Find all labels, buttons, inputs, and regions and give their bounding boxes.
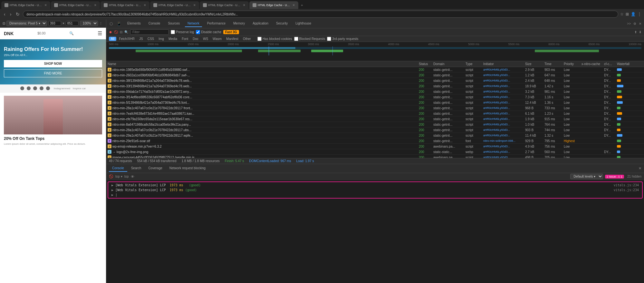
address-bar[interactable] (23, 11, 618, 18)
table-row[interactable]: F nitro-min-29e91e6-soar.stf 200 static-… (106, 138, 644, 144)
console-arrow-3[interactable]: ▶ (111, 193, 113, 197)
col-header-waterfall[interactable]: Waterfall (617, 62, 643, 66)
table-row[interactable]: J nitro-min-2602a1ce09bf06bf04b1d30fb984… (106, 73, 644, 78)
devtools-settings-icon[interactable]: ⚙ (633, 22, 636, 25)
filter-manifest[interactable]: Manifest (224, 37, 240, 41)
tab-close-1[interactable]: ✕ (44, 4, 47, 7)
table-row[interactable]: J nitro-min-1985e0b690bf905497c1df845d16… (106, 67, 644, 73)
browser-tab-5[interactable]: HTML Edge Cache - Using ... ✕ (200, 1, 249, 9)
console-tab-search[interactable]: Search (128, 165, 145, 172)
browser-tab-2[interactable]: HTML Edge Cache - Using ... ✕ (51, 1, 100, 9)
filter-wasm[interactable]: Wasm (211, 37, 224, 41)
table-row[interactable]: I → logo@2x-fme-img.png 200 static-stati… (106, 149, 644, 155)
col-header-time[interactable]: Time (544, 62, 564, 66)
import-icon[interactable]: ⬆ (634, 30, 637, 34)
tab-performance[interactable]: Performance (205, 20, 228, 27)
tab-console[interactable]: Console (146, 20, 163, 27)
filter-all[interactable]: All (109, 37, 116, 41)
table-row[interactable]: J nitro-min-28a1c407a67cc0b21e7078422dc3… (106, 127, 644, 133)
tab-network[interactable]: Network (185, 20, 202, 27)
console-eye-icon[interactable]: 👁 (131, 175, 134, 179)
filter-ws[interactable]: WS (201, 37, 210, 41)
browser-tab-6[interactable]: HTML Edge Cache - Using ... ✕ (249, 1, 298, 9)
tab-close-3[interactable]: ✕ (144, 4, 146, 7)
col-header-initiator[interactable]: Initiator (483, 62, 525, 66)
table-row[interactable]: J image-carousel-4455c0f3362492f9f877512… (106, 155, 644, 158)
filter-fetch-xhr[interactable]: Fetch/XHR (117, 37, 137, 41)
search-network-icon[interactable]: 🔍 (124, 30, 128, 34)
tab-application[interactable]: Application (250, 20, 271, 27)
col-header-priority[interactable]: Priority (564, 62, 582, 66)
table-row[interactable]: J nitro-min-8a6471988ca8c58a1fcca05ebc9f… (106, 122, 644, 127)
tab-close-2[interactable]: ✕ (94, 4, 97, 7)
col-header-status[interactable]: Status (419, 62, 433, 66)
top-label[interactable]: top (124, 175, 129, 178)
clear-console-icon[interactable]: 🚫 (109, 174, 113, 179)
console-source-1[interactable]: vitals.js:234 (614, 183, 639, 187)
browser-tab-3[interactable]: HTML Edge Cache - Using ... ✕ (101, 1, 149, 9)
filter-media[interactable]: Media (167, 37, 179, 41)
devtools-more-icon[interactable]: >> (627, 22, 631, 25)
new-tab-button[interactable]: + (299, 3, 305, 8)
tab-close-6[interactable]: ✕ (293, 4, 295, 7)
social-icon-4[interactable] (40, 86, 43, 90)
third-party-checkbox[interactable] (327, 37, 331, 41)
tab-close-5[interactable]: ✕ (243, 4, 245, 7)
network-filter-input[interactable] (130, 29, 169, 35)
search-icon[interactable]: 🔍 (69, 31, 74, 35)
table-row[interactable]: J wp-emoji-release.min.js?ver=6.3.2 200 … (106, 144, 644, 149)
filter-other[interactable]: Other (241, 37, 253, 41)
table-row[interactable]: J nitro-min-09dab1e7174af3cb7df0f2a1ae10… (106, 89, 644, 94)
browser-tab-1[interactable]: HTML Edge Cache - Using ... ✕ (1, 1, 50, 9)
col-header-x-nitro[interactable]: x-nitro-cache (582, 62, 604, 66)
tab-security[interactable]: Security (274, 20, 290, 27)
extensions-icon[interactable]: ⊞ (626, 12, 629, 16)
tab-lighthouse[interactable]: Lighthouse (293, 20, 314, 27)
shop-now-button[interactable]: SHOP NOW (4, 60, 102, 67)
console-tab-coverage[interactable]: Coverage (145, 165, 165, 172)
table-row[interactable]: J nitro-min-29a1c407a67cc0b21e7078422dc3… (106, 133, 644, 138)
clear-button[interactable]: 🚫 (114, 30, 118, 34)
filter-img[interactable]: Img (157, 37, 166, 41)
table-row[interactable]: J nitro-min-3f14ef8ee88f6336c668774abf62… (106, 94, 644, 100)
throttle-button[interactable]: Fast 3G (223, 30, 239, 34)
filter-font[interactable]: Font (180, 37, 190, 41)
find-more-button[interactable]: FIND MORE (4, 69, 102, 77)
console-tab-network-blocking[interactable]: Network request blocking (166, 165, 209, 172)
blocked-cookies-checkbox[interactable] (257, 37, 262, 41)
filter-doc[interactable]: Doc (191, 37, 200, 41)
width-input[interactable] (48, 21, 61, 26)
filter-css[interactable]: CSS (146, 37, 156, 41)
hamburger-menu-icon[interactable]: ☰ (98, 30, 102, 36)
col-header-domain[interactable]: Domain (433, 62, 466, 66)
table-row[interactable]: J nitro-min-cfe79a150brc65da2e115eaar1b3… (106, 116, 644, 122)
reload-button[interactable]: ↻ (14, 11, 21, 17)
forward-button[interactable]: › (9, 11, 13, 17)
tab-sources[interactable]: Sources (165, 20, 182, 27)
device-select[interactable]: Dimensions: Pixel 5 ▾ (6, 21, 47, 26)
console-arrow-2[interactable]: ▶ (111, 188, 113, 192)
social-icon-2[interactable] (27, 86, 31, 90)
filter-icon[interactable]: ⊟ (120, 30, 122, 34)
record-button[interactable]: ⏺ (109, 30, 112, 34)
device-icon[interactable]: 📱 (116, 21, 122, 27)
settings-icon[interactable]: ⋮ (638, 12, 641, 16)
console-source-2[interactable]: vitals.js:234 (614, 188, 639, 192)
close-console-icon[interactable]: ✕ (639, 166, 641, 171)
col-header-size[interactable]: Size (525, 62, 544, 66)
default-levels-select[interactable]: Default levels ▾ (570, 174, 603, 179)
col-header-type[interactable]: Type (466, 62, 483, 66)
col-header-cfc[interactable]: cf-c... (604, 62, 617, 66)
table-row[interactable]: J nitro-min-38f1394868b421a7a264a07369ed… (106, 78, 644, 83)
social-icon-5[interactable] (46, 86, 50, 90)
table-row[interactable]: J nitro-min-5f1394868b421e7a054a07369ed4… (106, 100, 644, 105)
col-header-name[interactable]: Name (108, 62, 419, 66)
tab-elements[interactable]: Elements (125, 20, 143, 27)
back-button[interactable]: ‹ (3, 11, 7, 17)
export-icon[interactable]: ⬇ (639, 30, 641, 34)
bookmark-icon[interactable]: ☆ (620, 12, 624, 16)
more-options-icon[interactable]: ⋮ (99, 22, 102, 25)
blocked-requests-checkbox[interactable] (294, 37, 298, 41)
console-arrow-1[interactable]: ▶ (111, 183, 113, 187)
devtools-close-icon[interactable]: ✕ (639, 22, 641, 25)
